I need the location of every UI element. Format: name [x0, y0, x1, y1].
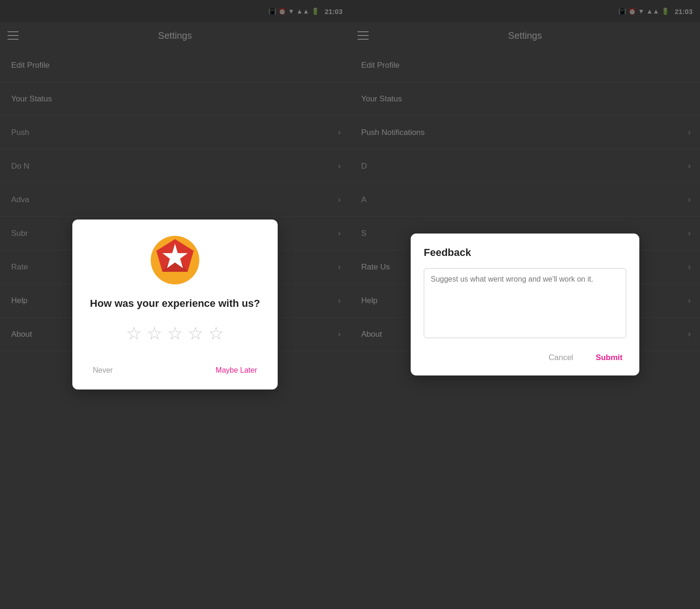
left-panel: 📳 ⏰ ▼ ▲▲ 🔋 21:03 Settings Edit Profile Y… [0, 0, 350, 609]
dialog-overlay-left: How was your experience with us? ☆ ☆ ☆ ☆… [0, 0, 350, 609]
feedback-dialog: Feedback Cancel Submit [411, 234, 639, 375]
rate-dialog-buttons: Never Maybe Later [85, 359, 265, 378]
dialog-overlay-right: Feedback Cancel Submit [350, 0, 700, 609]
stars-row[interactable]: ☆ ☆ ☆ ☆ ☆ [126, 323, 224, 344]
feedback-dialog-title: Feedback [424, 247, 471, 259]
star-3[interactable]: ☆ [167, 323, 183, 344]
rate-dialog-question: How was your experience with us? [90, 297, 260, 311]
star-2[interactable]: ☆ [147, 323, 162, 344]
feedback-dialog-buttons: Cancel Submit [424, 349, 626, 366]
rate-dialog: How was your experience with us? ☆ ☆ ☆ ☆… [72, 220, 278, 390]
maybe-later-button[interactable]: Maybe Later [208, 362, 265, 378]
feedback-input[interactable] [424, 268, 626, 338]
submit-button[interactable]: Submit [592, 349, 626, 366]
right-panel: 📳 ⏰ ▼ ▲▲ 🔋 21:03 Settings Edit Profile Y… [350, 0, 700, 609]
star-1[interactable]: ☆ [126, 323, 142, 344]
app-icon [149, 234, 201, 286]
star-5[interactable]: ☆ [208, 323, 224, 344]
star-4[interactable]: ☆ [188, 323, 203, 344]
cancel-button[interactable]: Cancel [545, 349, 577, 366]
never-button[interactable]: Never [85, 362, 120, 378]
